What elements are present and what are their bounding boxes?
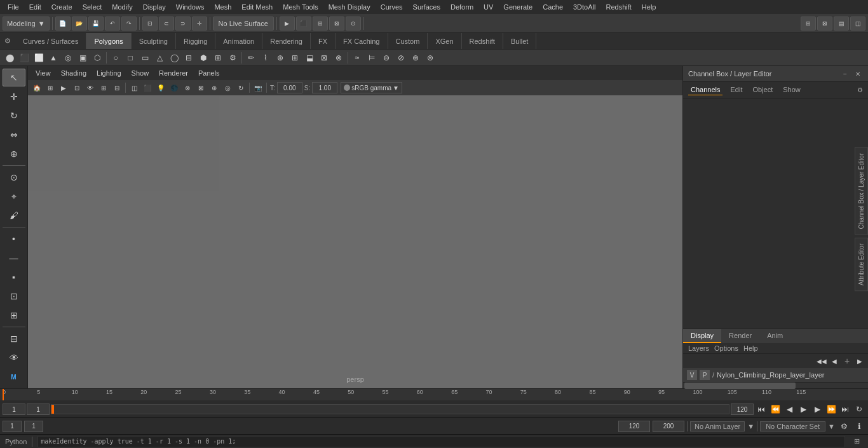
menu-uv[interactable]: UV bbox=[478, 2, 498, 12]
move-btn[interactable]: ✛ bbox=[192, 17, 207, 31]
remesh-btn[interactable]: ⊛ bbox=[409, 51, 423, 65]
cam-icon-btn[interactable]: 📷 bbox=[252, 81, 264, 94]
tab-rendering[interactable]: Rendering bbox=[262, 33, 311, 49]
tab-curves-surfaces[interactable]: Curves / Surfaces bbox=[15, 33, 86, 49]
new-file-btn[interactable]: 📄 bbox=[55, 17, 71, 31]
poly-plane-btn[interactable]: ⊟ bbox=[182, 51, 196, 65]
layer-visibility-badge[interactable]: V bbox=[687, 370, 697, 380]
tab-custom[interactable]: Custom bbox=[388, 33, 428, 49]
layer-opt-layers[interactable]: Layers bbox=[688, 344, 709, 352]
attr-btn[interactable]: ⊟ bbox=[3, 330, 25, 348]
frame-start-input[interactable] bbox=[27, 404, 50, 415]
step-back-btn[interactable]: ⏪ bbox=[769, 403, 782, 416]
menu-edit[interactable]: Edit bbox=[24, 2, 46, 12]
save-btn[interactable]: 💾 bbox=[88, 17, 104, 31]
tab-bullet[interactable]: Bullet bbox=[503, 33, 537, 49]
cb-tab-object[interactable]: Object bbox=[750, 85, 775, 95]
smooth-shade-btn[interactable]: ⬛ bbox=[141, 81, 154, 94]
grid-btn[interactable]: ⊞ bbox=[97, 81, 110, 94]
tex-btn[interactable]: ⊠ bbox=[194, 81, 207, 94]
tab-animation[interactable]: Animation bbox=[215, 33, 262, 49]
viewport-menu-renderer[interactable]: Renderer bbox=[156, 68, 191, 78]
smooth-btn[interactable]: ≈ bbox=[350, 51, 364, 65]
menu-display[interactable]: Display bbox=[138, 2, 171, 12]
sphere-icon-btn[interactable]: ⬤ bbox=[3, 51, 17, 65]
paint-sel-btn[interactable]: 🖌 bbox=[3, 207, 25, 224]
rotate-tool-btn[interactable]: ↻ bbox=[3, 107, 25, 125]
component-face-btn[interactable]: ▪ bbox=[3, 268, 25, 286]
mb-btn[interactable]: ⊕ bbox=[208, 81, 220, 94]
loop-btn[interactable]: ↻ bbox=[853, 403, 865, 416]
weld-btn[interactable]: ⊕ bbox=[273, 51, 287, 65]
menu-deform[interactable]: Deform bbox=[445, 2, 478, 12]
translate-input[interactable] bbox=[277, 82, 302, 93]
layer-ctrl-back-btn[interactable]: ◀◀ bbox=[816, 355, 827, 367]
menu-file[interactable]: File bbox=[3, 2, 24, 12]
menu-mesh-display[interactable]: Mesh Display bbox=[323, 2, 376, 12]
sculpt-btn[interactable]: ⊜ bbox=[423, 51, 437, 65]
tab-redshift[interactable]: Redshift bbox=[462, 33, 503, 49]
cb-tab-edit[interactable]: Edit bbox=[728, 85, 745, 95]
iso-btn[interactable]: ↻ bbox=[234, 81, 247, 94]
frame-back-btn[interactable]: ◀ bbox=[783, 403, 796, 416]
layout-btn3[interactable]: ▤ bbox=[834, 17, 849, 31]
channel-box-corner-btn[interactable]: ⚙ bbox=[857, 85, 863, 95]
menu-cache[interactable]: Cache bbox=[538, 2, 568, 12]
menu-mesh-tools[interactable]: Mesh Tools bbox=[278, 2, 323, 12]
anim-settings-btn[interactable]: ⚙ bbox=[837, 420, 850, 433]
layer-opt-help[interactable]: Help bbox=[743, 344, 758, 352]
tab-polygons[interactable]: Polygons bbox=[86, 33, 131, 49]
python-label[interactable]: Python bbox=[5, 438, 27, 445]
undo-btn[interactable]: ↶ bbox=[105, 17, 120, 31]
layer-ctrl-prev-btn[interactable]: ◀ bbox=[829, 355, 840, 367]
poly-cube-btn[interactable]: □ bbox=[123, 51, 137, 65]
poly-cone-btn[interactable]: △ bbox=[153, 51, 166, 65]
anim-layer-dropdown-icon[interactable]: ▼ bbox=[747, 423, 754, 430]
layer-playback-badge[interactable]: P bbox=[700, 370, 710, 380]
tab-xgen[interactable]: XGen bbox=[428, 33, 461, 49]
menu-edit-mesh[interactable]: Edit Mesh bbox=[236, 2, 278, 12]
sweep-btn[interactable]: ⌇ bbox=[259, 51, 273, 65]
menu-help[interactable]: Help bbox=[637, 2, 661, 12]
viewport-menu-shading[interactable]: Shading bbox=[58, 68, 89, 78]
layout-btn1[interactable]: ⊞ bbox=[801, 17, 816, 31]
cb-tab-channels[interactable]: Channels bbox=[688, 85, 722, 95]
workspace-dropdown[interactable]: Modeling ▼ bbox=[3, 17, 50, 31]
poly-cyl-btn[interactable]: ▭ bbox=[138, 51, 152, 65]
snap-btn[interactable]: ⌖ bbox=[3, 187, 25, 205]
render3-btn[interactable]: ⊞ bbox=[313, 17, 328, 31]
cylinder-icon-btn[interactable]: ⬜ bbox=[32, 51, 46, 65]
xray-btn[interactable]: ◎ bbox=[221, 81, 234, 94]
poly-sphere-btn[interactable]: ○ bbox=[109, 51, 123, 65]
current-frame-input[interactable] bbox=[3, 404, 25, 415]
timeline-ruler[interactable]: 0 5 10 15 20 25 30 35 40 45 50 55 60 65 … bbox=[0, 389, 868, 400]
menu-select[interactable]: Select bbox=[78, 2, 107, 12]
camera-home-btn[interactable]: 🏠 bbox=[31, 81, 43, 94]
soft-select-btn[interactable]: ⊙ bbox=[3, 168, 25, 186]
cube-icon-btn[interactable]: ⬛ bbox=[17, 51, 31, 65]
layer-ctrl-next-btn[interactable]: ▶ bbox=[854, 355, 865, 367]
layout-btn2[interactable]: ⊠ bbox=[817, 17, 832, 31]
pen-tool-btn[interactable]: ✏ bbox=[244, 51, 258, 65]
select-btn[interactable]: ⊡ bbox=[142, 17, 158, 31]
render4-btn[interactable]: ⊠ bbox=[329, 17, 344, 31]
scale-input[interactable] bbox=[312, 82, 337, 93]
layer-name-text[interactable]: Nylon_Climbing_Rope_layer_layer bbox=[717, 371, 864, 379]
shadows-btn[interactable]: 🌑 bbox=[168, 81, 180, 94]
torus-icon-btn[interactable]: ◎ bbox=[61, 51, 75, 65]
show-hide-btn[interactable]: 👁 bbox=[3, 349, 25, 367]
frame-fwd-btn[interactable]: ▶ bbox=[811, 403, 824, 416]
platonic-icon-btn[interactable]: ⬡ bbox=[90, 51, 104, 65]
merge-btn[interactable]: ⊠ bbox=[317, 51, 331, 65]
play-start-btn[interactable]: ⏮ bbox=[755, 403, 768, 416]
anim-start-range-input[interactable] bbox=[24, 421, 43, 432]
lp-tab-display[interactable]: Display bbox=[683, 329, 721, 343]
settings-gear-icon[interactable]: ⚙ bbox=[0, 33, 15, 50]
universal-tool-btn[interactable]: ⊕ bbox=[3, 145, 25, 163]
menu-mesh[interactable]: Mesh bbox=[209, 2, 236, 12]
anim-info-btn[interactable]: ℹ bbox=[853, 420, 865, 433]
poly-helix-btn[interactable]: ⊞ bbox=[211, 51, 225, 65]
select-tool-btn[interactable]: ↖ bbox=[3, 69, 25, 86]
layer-ctrl-add-btn[interactable]: + bbox=[841, 355, 853, 367]
anim-layer-btn[interactable]: No Anim Layer bbox=[690, 421, 745, 431]
